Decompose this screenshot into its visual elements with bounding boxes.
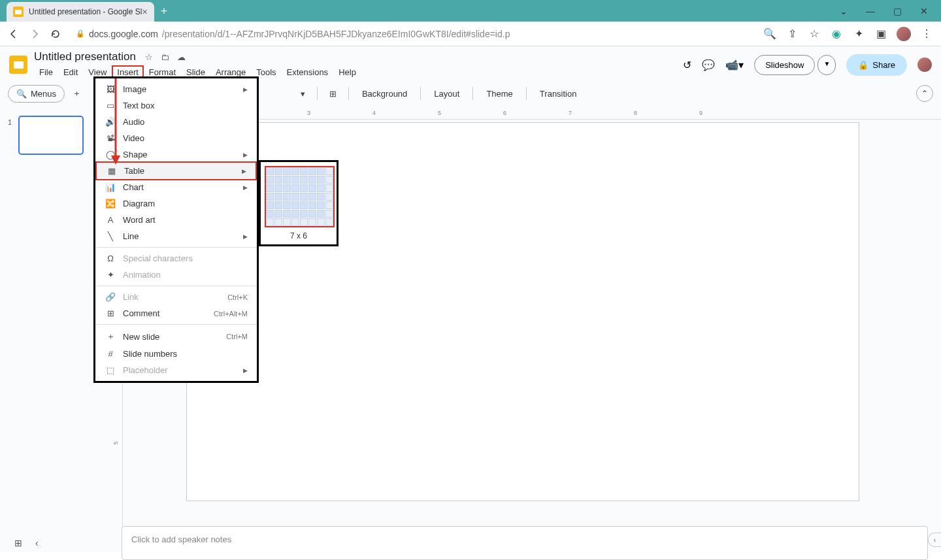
layout-button[interactable]: Layout [427,86,466,102]
speaker-notes[interactable]: Click to add speaker notes [122,526,928,560]
table-grid-cell[interactable] [283,201,291,209]
extensions-icon[interactable]: ✦ [852,27,865,41]
table-grid-cell[interactable] [325,201,333,209]
table-grid-cell[interactable] [308,167,316,175]
table-grid-cell[interactable] [317,184,325,192]
table-grid-cell[interactable] [317,201,325,209]
table-grid-cell[interactable] [300,176,308,184]
side-panel-toggle[interactable]: ‹ [928,533,941,547]
table-grid-cell[interactable] [317,176,325,184]
collapse-toolbar-button[interactable]: ⌃ [916,85,933,102]
slide-thumbnail[interactable] [18,116,84,155]
zoom-icon[interactable]: 🔍 [763,27,776,41]
table-grid-cell[interactable] [274,210,282,218]
table-grid-cell[interactable] [325,184,333,192]
table-grid-cell[interactable] [283,210,291,218]
background-button[interactable]: Background [355,86,414,102]
profile-avatar[interactable] [897,27,911,41]
menu-item-slide-numbers[interactable]: #Slide numbers [95,346,257,362]
table-grid-cell[interactable] [300,184,308,192]
menu-help[interactable]: Help [333,65,361,79]
share-button[interactable]: 🔒 Share [846,54,907,76]
collapse-panel-icon[interactable]: ‹ [35,538,39,548]
table-grid-cell[interactable] [283,218,291,226]
slideshow-dropdown[interactable]: ▼ [817,55,836,75]
table-grid-cell[interactable] [291,193,299,201]
menu-item-audio[interactable]: 🔊Audio [95,114,257,130]
toolbar-dropdown[interactable]: ▾ [295,86,310,102]
new-tab-button[interactable]: + [161,5,168,22]
menu-item-comment[interactable]: ⊞CommentCtrl+Alt+M [95,305,257,321]
menu-item-video[interactable]: 📽Video [95,130,257,146]
menu-item-text-box[interactable]: ▭Text box [95,97,257,114]
table-grid-cell[interactable] [274,167,282,175]
table-grid-cell[interactable] [300,193,308,201]
cloud-icon[interactable]: ☁ [177,52,186,62]
table-grid-cell[interactable] [291,176,299,184]
table-grid-cell[interactable] [300,167,308,175]
table-grid-cell[interactable] [317,218,325,226]
history-icon[interactable]: ↺ [683,59,691,71]
search-menus-button[interactable]: 🔍 Menus [8,85,65,103]
table-grid-cell[interactable] [308,176,316,184]
table-grid-cell[interactable] [283,184,291,192]
slideshow-button[interactable]: Slideshow [754,55,815,75]
present-icon[interactable]: 📹▾ [725,59,744,71]
menu-edit[interactable]: Edit [58,65,83,79]
table-grid-cell[interactable] [266,176,274,184]
account-avatar[interactable] [917,58,932,72]
theme-button[interactable]: Theme [480,86,519,102]
table-grid-cell[interactable] [291,218,299,226]
browser-tab[interactable]: Untitled presentation - Google Sl × [7,2,154,22]
star-icon[interactable]: ☆ [145,52,153,62]
table-grid-cell[interactable] [274,176,282,184]
move-icon[interactable]: 🗀 [161,52,169,62]
table-grid-cell[interactable] [266,210,274,218]
table-grid-cell[interactable] [291,210,299,218]
slides-logo-icon[interactable] [9,56,27,74]
menu-file[interactable]: File [34,65,58,79]
table-grid-cell[interactable] [317,210,325,218]
explore-icon[interactable]: ⊞ [14,538,22,548]
table-grid-cell[interactable] [266,167,274,175]
table-grid-cell[interactable] [291,201,299,209]
reload-icon[interactable] [50,28,61,40]
table-grid-cell[interactable] [308,218,316,226]
table-grid-cell[interactable] [308,201,316,209]
chevron-down-icon[interactable]: ⌄ [840,6,848,16]
menu-item-line[interactable]: ╲Line▶ [95,228,257,244]
table-grid-cell[interactable] [300,201,308,209]
menu-item-table[interactable]: ▦Table▶ [95,161,257,180]
url-field[interactable]: 🔒 docs.google.com/presentation/d/1--AFZm… [76,29,754,39]
table-grid-cell[interactable] [325,167,333,175]
close-tab-icon[interactable]: × [142,7,147,17]
maximize-icon[interactable]: ▢ [893,6,902,16]
menu-extensions[interactable]: Extensions [282,65,334,79]
menu-item-diagram[interactable]: 🔀Diagram [95,195,257,212]
menu-item-word-art[interactable]: AWord art [95,212,257,228]
table-grid-cell[interactable] [266,201,274,209]
browser-menu-icon[interactable]: ⋮ [920,27,933,41]
share-page-icon[interactable]: ⇪ [785,27,799,41]
back-icon[interactable] [8,28,20,40]
table-grid-cell[interactable] [308,193,316,201]
table-grid-cell[interactable] [283,176,291,184]
table-grid-cell[interactable] [274,184,282,192]
table-grid-cell[interactable] [325,193,333,201]
table-grid-cell[interactable] [266,193,274,201]
table-grid-cell[interactable] [266,184,274,192]
new-slide-button[interactable]: ＋ [67,84,86,103]
minimize-icon[interactable]: — [866,6,875,16]
menu-item-new-slide[interactable]: ＋New slideCtrl+M [95,327,257,346]
table-grid-cell[interactable] [300,210,308,218]
table-grid-cell[interactable] [274,193,282,201]
document-title[interactable]: Untitled presentation [34,50,136,63]
menu-item-image[interactable]: 🖼Image▶ [95,81,257,97]
transition-button[interactable]: Transition [533,86,584,102]
table-grid-cell[interactable] [283,167,291,175]
menu-item-shape[interactable]: ◯Shape▶ [95,146,257,163]
table-grid-cell[interactable] [283,193,291,201]
table-grid-cell[interactable] [325,176,333,184]
forward-icon[interactable] [29,28,41,40]
table-grid-cell[interactable] [300,218,308,226]
